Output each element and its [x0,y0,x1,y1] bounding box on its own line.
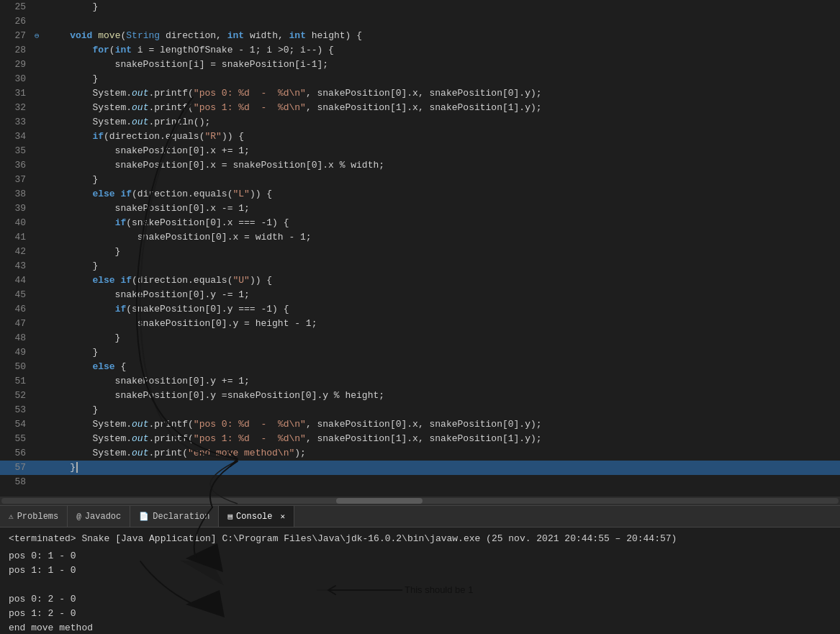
line-number: 58 [0,475,35,489]
code-line[interactable]: snakePosition[0].y -= 1; [45,288,840,302]
console-area[interactable]: <terminated> Snake [Java Application] C:… [0,527,840,634]
line-number: 32 [0,101,35,115]
code-line[interactable]: snakePosition[0].y =snakePosition[0].y %… [45,389,840,403]
fold-arrow[interactable] [35,58,45,72]
line-number: 41 [0,230,35,245]
code-line[interactable]: System.out.printf("pos 0: %d - %d\n", sn… [45,417,840,432]
fold-arrow[interactable] [35,187,45,201]
fold-arrow[interactable] [35,417,45,432]
fold-arrow[interactable] [35,259,45,273]
fold-arrow[interactable] [35,14,45,29]
line-number: 34 [0,130,35,144]
fold-arrow[interactable] [35,475,45,489]
fold-arrow[interactable] [35,360,45,374]
code-line[interactable]: } [45,245,840,259]
fold-arrow[interactable] [35,101,45,115]
fold-arrow[interactable] [35,130,45,144]
code-line[interactable]: snakePosition[0].x -= 1; [45,201,840,216]
code-line[interactable]: System.out.printf("pos 0: %d - %d\n", sn… [45,86,840,101]
terminated-line: <terminated> Snake [Java Application] C:… [9,532,831,546]
fold-arrow[interactable]: ⊖ [35,29,45,43]
fold-arrow[interactable] [35,331,45,345]
fold-arrow[interactable] [35,302,45,317]
fold-arrow[interactable] [35,115,45,130]
fold-arrow[interactable] [35,273,45,288]
line-number: 44 [0,273,35,288]
code-line[interactable]: snakePosition[0].x += 1; [45,144,840,158]
line-number: 52 [0,389,35,403]
line-number: 30 [0,72,35,86]
fold-arrow[interactable] [35,345,45,360]
code-line[interactable] [45,475,840,489]
code-line[interactable]: System.out.printf("pos 1: %d - %d\n", sn… [45,101,840,115]
code-line[interactable]: else if(direction.equals("U")) { [45,273,840,288]
tab-label: Declaration [153,512,209,522]
tab-problems[interactable]: ⚠Problems [0,506,68,527]
fold-arrow[interactable] [35,86,45,101]
ide-window: 25 }2627⊖ void move(String direction, in… [0,0,840,634]
line-number: 43 [0,259,35,273]
code-line[interactable]: } [45,345,840,360]
fold-arrow[interactable] [35,201,45,216]
fold-arrow[interactable] [35,0,45,14]
code-line[interactable]: snakePosition[0].x = width - 1; [45,230,840,245]
fold-arrow[interactable] [35,43,45,58]
fold-arrow[interactable] [35,317,45,331]
tab-icon: 📄 [139,512,149,521]
code-line[interactable]: if(snakePosition[0].x === -1) { [45,216,840,230]
code-line[interactable]: } [45,0,840,14]
fold-arrow[interactable] [35,403,45,417]
tab-icon: ⚠ [9,512,14,521]
line-number: 40 [0,216,35,230]
code-line[interactable]: snakePosition[i] = snakePosition[i-1]; [45,58,840,72]
horizontal-scrollbar[interactable] [0,497,840,505]
fold-arrow[interactable] [35,288,45,302]
code-editor[interactable]: 25 }2627⊖ void move(String direction, in… [0,0,840,497]
console-line: end move method [9,621,831,634]
code-line[interactable]: else if(direction.equals("L")) { [45,187,840,201]
code-line[interactable]: } [45,331,840,345]
console-line: pos 0: 2 - 0 [9,592,831,607]
code-line[interactable]: void move(String direction, int width, i… [45,29,840,43]
code-line[interactable]: } [45,173,840,187]
fold-arrow[interactable] [35,230,45,245]
line-number: 42 [0,245,35,259]
fold-arrow[interactable] [35,432,45,446]
fold-arrow[interactable] [35,158,45,173]
tab-console[interactable]: ▤Console✕ [219,506,294,527]
fold-arrow[interactable] [35,389,45,403]
code-line[interactable]: if(snakePosition[0].y === -1) { [45,302,840,317]
fold-arrow[interactable] [35,446,45,461]
code-line[interactable]: System.out.println(); [45,115,840,130]
fold-arrow[interactable] [35,245,45,259]
close-icon[interactable]: ✕ [281,512,286,521]
code-line[interactable]: if(direction.equals("R")) { [45,130,840,144]
code-line[interactable]: snakePosition[0].y = height - 1; [45,317,840,331]
line-number: 39 [0,201,35,216]
code-line[interactable]: } [45,461,840,475]
fold-arrow[interactable] [35,216,45,230]
code-line[interactable]: System.out.print("end move method\n"); [45,446,840,461]
code-line[interactable]: } [45,259,840,273]
code-line[interactable]: else { [45,360,840,374]
fold-arrow[interactable] [35,461,45,475]
console-line: pos 1: 2 - 0 [9,607,831,621]
fold-arrow[interactable] [35,144,45,158]
tab-declaration[interactable]: 📄Declaration [130,506,219,527]
line-number: 56 [0,446,35,461]
tab-javadoc[interactable]: @Javadoc [68,506,130,527]
console-line: pos 1: 1 - 0 [9,563,831,578]
code-line[interactable] [45,14,840,29]
fold-arrow[interactable] [35,72,45,86]
code-line[interactable]: snakePosition[0].y += 1; [45,374,840,389]
code-line[interactable]: for(int i = lengthOfSnake - 1; i >0; i--… [45,43,840,58]
fold-arrow[interactable] [35,173,45,187]
code-line[interactable]: } [45,403,840,417]
code-line[interactable]: snakePosition[0].x = snakePosition[0].x … [45,158,840,173]
line-number: 55 [0,432,35,446]
fold-arrow[interactable] [35,374,45,389]
code-line[interactable]: System.out.printf("pos 1: %d - %d\n", sn… [45,432,840,446]
line-number: 26 [0,14,35,29]
code-line[interactable]: } [45,72,840,86]
line-number: 54 [0,417,35,432]
